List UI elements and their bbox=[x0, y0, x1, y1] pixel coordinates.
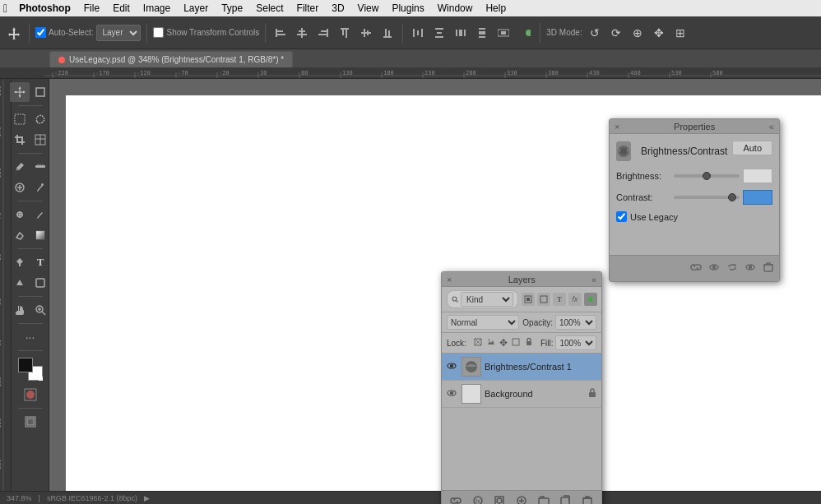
layers-adj-btn[interactable] bbox=[513, 495, 531, 504]
move-tool-btn[interactable] bbox=[5, 24, 23, 42]
screen-mode-btn[interactable] bbox=[21, 412, 40, 432]
menu-item-window[interactable]: Window bbox=[431, 0, 480, 16]
properties-expand-btn[interactable]: « bbox=[769, 122, 774, 132]
menu-item-filter[interactable]: Filter bbox=[290, 0, 326, 16]
history-brush-tool[interactable] bbox=[30, 205, 50, 224]
lock-position-icon[interactable]: ✥ bbox=[499, 337, 508, 349]
text-tool[interactable]: T bbox=[30, 252, 50, 272]
layer-visibility-background[interactable] bbox=[447, 388, 458, 400]
brightness-value-input[interactable]: 0 bbox=[743, 169, 772, 183]
shape-tool[interactable] bbox=[30, 273, 50, 293]
brightness-slider-thumb[interactable] bbox=[703, 172, 711, 180]
layers-search-box[interactable]: Kind Name Effect Mode Attribute Color bbox=[447, 290, 518, 308]
menu-item-app[interactable]: Photoshop bbox=[12, 0, 77, 16]
menu-item-plugins[interactable]: Plugins bbox=[385, 0, 430, 16]
layer-visibility-brightness[interactable] bbox=[447, 361, 458, 372]
menu-item-image[interactable]: Image bbox=[137, 0, 177, 16]
layers-effects-btn[interactable]: fx bbox=[469, 495, 487, 504]
apple-menu[interactable]:  bbox=[3, 2, 7, 15]
layer-item-brightness[interactable]: Brightness/Contrast 1 bbox=[442, 354, 601, 381]
filter-pixel-icon[interactable] bbox=[522, 293, 535, 306]
layers-mask-btn[interactable] bbox=[490, 495, 508, 504]
layers-kind-select[interactable]: Kind Name Effect Mode Attribute Color bbox=[461, 292, 513, 307]
auto-btn[interactable]: Auto bbox=[732, 141, 772, 155]
3d-rotate-btn[interactable]: ↺ bbox=[586, 24, 604, 42]
quick-mask-btn[interactable] bbox=[21, 385, 40, 405]
menu-item-type[interactable]: Type bbox=[215, 0, 249, 16]
dist-v3-btn[interactable] bbox=[516, 24, 534, 42]
lock-all-icon[interactable] bbox=[524, 337, 534, 349]
layers-group-btn[interactable] bbox=[535, 495, 553, 504]
3d-pan-btn[interactable]: ⊕ bbox=[629, 24, 647, 42]
contrast-slider-thumb[interactable] bbox=[728, 193, 736, 201]
fill-select[interactable]: 100% 75% 50% bbox=[555, 335, 596, 350]
dist-h-btn[interactable] bbox=[409, 24, 427, 42]
clone-stamp-tool[interactable] bbox=[10, 205, 30, 224]
menu-item-view[interactable]: View bbox=[351, 0, 386, 16]
auto-select-checkbox[interactable] bbox=[35, 27, 46, 38]
brightness-slider-container[interactable] bbox=[674, 170, 740, 182]
dist-h2-btn[interactable] bbox=[452, 24, 470, 42]
lock-transparent-icon[interactable] bbox=[473, 337, 483, 349]
menu-item-select[interactable]: Select bbox=[249, 0, 290, 16]
use-legacy-checkbox[interactable] bbox=[616, 211, 627, 222]
lock-artboard-icon[interactable] bbox=[511, 337, 521, 349]
align-right-btn[interactable] bbox=[314, 24, 332, 42]
dist-h3-btn[interactable] bbox=[494, 24, 513, 42]
layers-link-btn[interactable] bbox=[447, 495, 465, 504]
prop-delete-btn[interactable] bbox=[763, 261, 774, 275]
rect-select-tool[interactable] bbox=[10, 109, 30, 129]
use-legacy-label[interactable]: Use Legacy bbox=[630, 212, 678, 222]
filter-color-icon[interactable] bbox=[584, 293, 597, 306]
filter-adjustment-icon[interactable] bbox=[537, 293, 550, 306]
align-top-btn[interactable] bbox=[336, 24, 354, 42]
menu-item-3d[interactable]: 3D bbox=[325, 0, 350, 16]
path-select-tool[interactable] bbox=[10, 273, 30, 293]
show-transform-checkbox[interactable] bbox=[153, 27, 164, 38]
brush-tool[interactable] bbox=[30, 178, 50, 197]
zoom-tool[interactable] bbox=[30, 300, 50, 320]
filter-effect-icon[interactable]: fx bbox=[568, 293, 582, 306]
lasso-tool[interactable] bbox=[30, 109, 50, 129]
menu-item-layer[interactable]: Layer bbox=[177, 0, 215, 16]
layer-select[interactable]: Layer Group bbox=[96, 25, 141, 41]
prop-link-btn[interactable] bbox=[690, 261, 702, 275]
align-left-btn[interactable] bbox=[271, 24, 290, 42]
opacity-select[interactable]: 100% 75% 50% 25% bbox=[555, 315, 596, 330]
prop-visibility-btn[interactable] bbox=[708, 261, 720, 275]
contrast-value-input[interactable]: 50 bbox=[743, 190, 772, 205]
menu-item-help[interactable]: Help bbox=[479, 0, 513, 16]
pen-tool[interactable] bbox=[10, 252, 30, 272]
layers-close-btn[interactable]: × bbox=[447, 275, 452, 284]
crop-tool[interactable] bbox=[10, 130, 30, 150]
eraser-tool[interactable] bbox=[10, 225, 30, 245]
properties-close-btn[interactable]: × bbox=[615, 122, 619, 132]
status-arrow[interactable]: ▶ bbox=[144, 494, 150, 502]
dist-v2-btn[interactable] bbox=[473, 24, 491, 42]
layers-new-btn[interactable] bbox=[556, 495, 574, 504]
document-tab[interactable]: UseLegacy.psd @ 348% (Brightness/Contras… bbox=[49, 51, 293, 67]
artboard-tool[interactable] bbox=[30, 82, 50, 102]
contrast-slider-container[interactable] bbox=[674, 192, 740, 203]
layer-item-background[interactable]: Background bbox=[442, 381, 601, 408]
eyedropper-tool[interactable] bbox=[10, 157, 30, 177]
align-vcenter-btn[interactable] bbox=[357, 24, 375, 42]
3d-scale-btn[interactable]: ⊞ bbox=[671, 24, 689, 42]
3d-roll-btn[interactable]: ⟳ bbox=[607, 24, 625, 42]
blend-mode-select[interactable]: Normal Dissolve Multiply Screen bbox=[447, 315, 519, 330]
layers-expand-btn[interactable]: « bbox=[591, 275, 596, 284]
move-tool[interactable] bbox=[10, 82, 30, 102]
more-tools-btn[interactable]: ··· bbox=[21, 327, 40, 347]
menu-item-file[interactable]: File bbox=[77, 0, 106, 16]
ruler-tool[interactable] bbox=[30, 157, 50, 177]
gradient-tool[interactable] bbox=[30, 225, 50, 245]
prop-reset-btn[interactable] bbox=[726, 261, 738, 275]
prop-view-btn[interactable] bbox=[744, 261, 756, 275]
hand-tool[interactable] bbox=[10, 300, 30, 320]
align-bottom-btn[interactable] bbox=[378, 24, 397, 42]
color-swatches[interactable] bbox=[18, 358, 43, 381]
lock-image-icon[interactable] bbox=[486, 337, 496, 349]
slice-tool[interactable] bbox=[30, 130, 50, 150]
menu-item-edit[interactable]: Edit bbox=[106, 0, 137, 16]
filter-type-icon[interactable]: T bbox=[553, 293, 566, 306]
